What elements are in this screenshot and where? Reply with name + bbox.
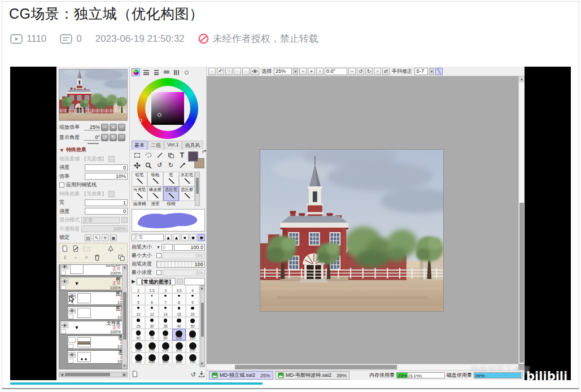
flip-canvas-icon[interactable]: ⇄ <box>382 68 390 75</box>
size-preset-35[interactable]: 35 <box>159 317 172 329</box>
clear-layer-button[interactable]: ✕ <box>82 254 90 262</box>
layers-scrollbar-thumb[interactable] <box>123 292 126 340</box>
stabilizer-value-field[interactable]: S-7 <box>414 68 428 75</box>
lock-position-icon[interactable]: ✛ <box>102 234 108 241</box>
layer-visibility-icon[interactable] <box>61 323 68 328</box>
strength2-input[interactable]: 0 <box>85 208 128 215</box>
brush-shape-3-icon[interactable]: ● <box>181 234 189 241</box>
nav-rotate-ccw-button[interactable]: ↺ <box>101 134 108 141</box>
size-preset-8[interactable]: 8 <box>172 293 186 305</box>
effect-dropdown[interactable] <box>108 191 115 197</box>
size-preset-600[interactable]: 600 <box>172 352 186 364</box>
brush-铅笔[interactable]: 铅笔 <box>132 172 147 186</box>
presets-scroll-down-icon[interactable]: ▼ <box>199 361 204 367</box>
width-input[interactable]: 1 <box>85 199 128 206</box>
presets-scrollbar-thumb[interactable] <box>201 303 204 337</box>
scratchpad-mode-icon[interactable] <box>182 68 191 76</box>
size-preset-50[interactable]: 50 <box>186 317 199 329</box>
size-preset-400[interactable]: 400 <box>132 352 145 364</box>
brush-油漆桶[interactable]: 油漆桶 <box>132 201 147 207</box>
new-folder-button[interactable] <box>82 245 90 252</box>
color-wheel[interactable] <box>137 78 198 139</box>
size-preset-160[interactable]: 160 <box>132 341 145 352</box>
min-size-checkbox[interactable] <box>156 253 161 258</box>
size-preset-20[interactable]: 20 <box>186 305 199 317</box>
canvas-angle-field[interactable]: 0.0° <box>325 68 347 75</box>
layers-scroll-down-icon[interactable]: ▼ <box>122 364 127 369</box>
swatches-mode-icon[interactable] <box>172 68 181 76</box>
min-density-slider[interactable]: 0% <box>163 269 205 276</box>
layer-clip-box[interactable] <box>68 315 73 319</box>
shape-expand-icon[interactable]: ▶ <box>132 278 136 284</box>
canvas-hscrollbar-thumb[interactable] <box>235 365 397 369</box>
toolbar-extra-button[interactable]: ▫ <box>208 68 216 75</box>
brush-橡皮擦[interactable]: 橡皮擦 <box>147 186 163 201</box>
size-preset-300[interactable]: 300 <box>172 341 186 352</box>
tab-画具风[interactable]: 画具风 <box>182 141 203 150</box>
panel-divider[interactable] <box>88 143 99 144</box>
canvas-workspace[interactable]: ▲ <box>207 76 525 370</box>
size-preset-4[interactable]: 4 <box>186 285 199 293</box>
player-progress-bar[interactable] <box>10 382 571 385</box>
lock-pixels-icon[interactable]: ✎ <box>93 234 100 241</box>
color-mixer-mode-icon[interactable] <box>162 68 171 76</box>
preset-reset-button[interactable]: ↺ <box>191 371 196 378</box>
new-linework-layer-button[interactable] <box>72 245 80 252</box>
stroke-line-tool-button[interactable]: ╲ <box>435 68 443 75</box>
size-preset-2[interactable]: 2 <box>132 285 145 293</box>
folder-collapse-icon[interactable]: ▼ <box>70 281 84 286</box>
eyedropper-tool-icon[interactable] <box>177 160 187 170</box>
layer-extra-button[interactable]: ▫ <box>117 245 125 252</box>
size-preset-6[interactable]: 6 <box>145 293 159 305</box>
layers-scrollbar[interactable]: ▲ ▼ <box>122 265 127 369</box>
size-preset-60[interactable]: 60 <box>132 329 145 341</box>
brush-density-slider[interactable]: 100 <box>156 261 205 268</box>
rotate-cw-tool-icon[interactable]: ↻ <box>165 160 176 170</box>
layer-row-树[interactable]: ▼树正常100% <box>60 277 123 290</box>
layer-visibility-icon[interactable] <box>61 278 68 284</box>
size-preset-100[interactable]: 100 <box>172 329 186 341</box>
canvas-vscrollbar-thumb[interactable] <box>519 203 524 363</box>
canvas-zoom-out-button[interactable]: − <box>299 68 307 75</box>
brush-模糊[interactable]: 模糊 <box>163 201 179 207</box>
lock-opacity-icon[interactable]: ▨ <box>85 234 91 241</box>
brush-size-unit[interactable]: 0 <box>161 244 173 251</box>
layers-hscroll-right-icon[interactable]: ▶ <box>122 372 127 377</box>
size-preset-40[interactable]: 40 <box>172 317 186 329</box>
transfer-layer-button[interactable] <box>117 254 125 262</box>
layer-row-图层4[interactable]: 图层4正常100% <box>67 306 128 320</box>
primary-color-swatch[interactable] <box>188 151 198 162</box>
layer-visibility-icon[interactable] <box>68 308 76 313</box>
brush-笔[interactable]: 笔 <box>163 172 179 186</box>
canvas-vscrollbar[interactable]: ▲ <box>518 76 525 364</box>
paper-texture-dropdown[interactable] <box>108 156 115 162</box>
size-preset-700[interactable]: 700 <box>186 352 199 364</box>
sv-picker-dot[interactable] <box>158 113 161 117</box>
layer-clip-box[interactable] <box>68 359 73 363</box>
size-preset-9[interactable]: 9 <box>186 293 199 305</box>
redo-button[interactable]: ↷ <box>225 68 233 75</box>
preset-save-button[interactable] <box>198 371 205 378</box>
document-tab-MD-韦斯特波特.sai2[interactable]: MD-韦斯特波特.sai239% <box>275 371 350 380</box>
size-preset-70[interactable]: 70 <box>145 329 159 341</box>
merge-down-button[interactable]: ⬇ <box>61 254 69 262</box>
effect-value[interactable]: 【无效果】 <box>81 190 107 198</box>
presets-scroll-up-icon[interactable]: ▲ <box>199 286 204 291</box>
preset-new-button[interactable] <box>132 371 138 378</box>
brush-选区笔[interactable]: 选区笔 <box>163 186 179 201</box>
blend-mode-dropdown[interactable] <box>121 217 128 223</box>
clone-tool-icon[interactable] <box>165 150 176 160</box>
brush-喷枪[interactable]: 喷枪 <box>147 172 163 186</box>
layer-opacity-value[interactable]: 100% <box>81 225 128 232</box>
blend-mode-value[interactable]: 正常 <box>81 217 120 224</box>
canvas-angle-reset-button[interactable]: ▫ <box>374 68 381 75</box>
canvas-document[interactable] <box>260 149 444 312</box>
folder-collapse-icon[interactable]: ▼ <box>70 325 84 330</box>
canvas-rotate-cw-button[interactable]: ↻ <box>365 68 373 75</box>
rgb-sliders-mode-icon[interactable] <box>142 68 150 76</box>
size-preset-450[interactable]: 450 <box>145 352 159 364</box>
layers-scroll-up-icon[interactable]: ▲ <box>122 265 127 270</box>
brush-水彩笔[interactable]: 水彩笔 <box>179 172 195 186</box>
layer-clip-box[interactable] <box>61 285 66 290</box>
brush-shape-4-icon[interactable]: ■ <box>190 234 197 241</box>
